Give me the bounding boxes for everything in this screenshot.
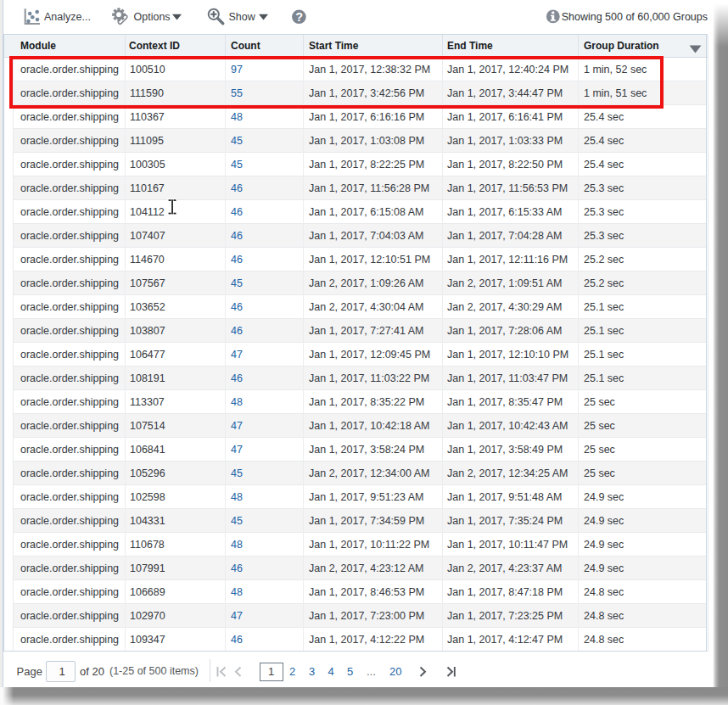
svg-text:?: ?	[295, 10, 303, 24]
